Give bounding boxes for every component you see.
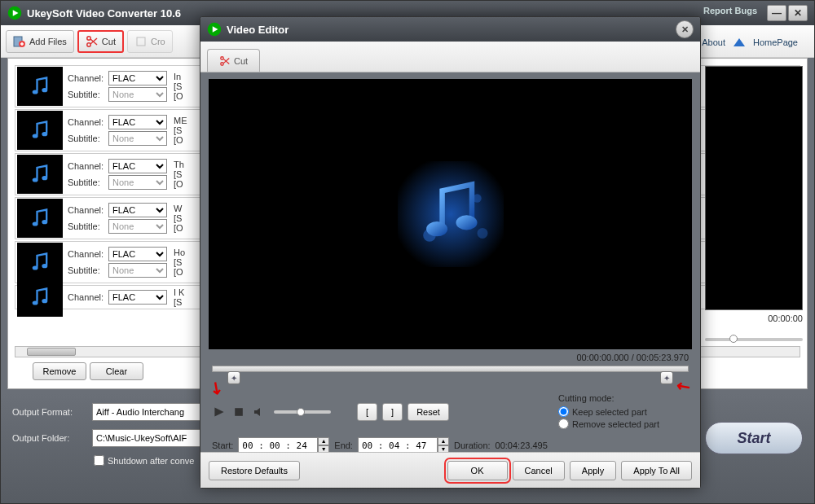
- svg-point-9: [42, 132, 47, 136]
- start-spin-up[interactable]: ▲: [318, 437, 329, 445]
- preview-viewport: [705, 66, 803, 310]
- modal-titlebar: Video Editor ✕: [200, 17, 700, 42]
- end-time-spinner[interactable]: ▲▼: [358, 437, 449, 454]
- output-folder-label: Output Folder:: [12, 433, 86, 443]
- tab-cut-scissors-icon: [219, 55, 231, 67]
- duration-value: 00:04:23.495: [496, 440, 548, 450]
- svg-rect-5: [137, 37, 145, 46]
- clear-button[interactable]: Clear: [90, 362, 143, 380]
- crop-toolbar-label: Cro: [151, 37, 165, 46]
- video-preview: [209, 79, 692, 349]
- duration-label: Duration:: [454, 440, 491, 450]
- svg-point-24: [477, 228, 487, 239]
- mute-button[interactable]: [251, 405, 266, 419]
- playhead-time: 00:00:00.000 / 00:05:23.970: [200, 353, 700, 362]
- editor-logo-icon: [207, 22, 222, 37]
- cut-timeline[interactable]: ✦ ✦ ↘ ↘: [212, 366, 689, 372]
- cutting-mode-group: Cutting mode: Keep selected part Remove …: [558, 393, 689, 431]
- channel-select[interactable]: FLAC: [108, 247, 167, 261]
- subtitle-select[interactable]: None: [108, 175, 167, 190]
- preview-seek-slider[interactable]: [705, 338, 803, 341]
- stop-button[interactable]: [231, 405, 246, 419]
- remove-selected-option[interactable]: Remove selected part: [558, 419, 689, 429]
- add-files-button[interactable]: Add Files: [6, 30, 74, 53]
- subtitle-label: Subtitle:: [68, 177, 107, 187]
- crop-toolbar-button[interactable]: Cro: [127, 30, 173, 53]
- tab-cut[interactable]: Cut: [207, 49, 260, 72]
- file-meta: ME[S[O: [174, 116, 187, 145]
- svg-point-19: [221, 56, 224, 59]
- about-link[interactable]: About: [702, 37, 725, 47]
- svg-point-13: [42, 220, 47, 224]
- subtitle-label: Subtitle:: [68, 90, 107, 99]
- subtitle-select[interactable]: None: [108, 131, 167, 146]
- minimize-button[interactable]: —: [767, 5, 786, 21]
- svg-point-20: [221, 62, 224, 65]
- preview-seek-thumb[interactable]: [729, 335, 738, 343]
- speaker-icon: [253, 406, 264, 418]
- modal-tabs: Cut: [200, 42, 700, 72]
- end-time-input[interactable]: [358, 437, 438, 454]
- set-start-bracket-button[interactable]: [: [357, 403, 377, 421]
- playback-row: [ ] Reset Cutting mode: Keep selected pa…: [212, 393, 689, 431]
- svg-point-26: [456, 215, 477, 230]
- cut-toolbar-button[interactable]: Cut: [77, 30, 124, 53]
- remove-selected-radio[interactable]: [558, 419, 569, 429]
- end-time-label: End:: [334, 440, 353, 450]
- set-end-bracket-button[interactable]: ]: [382, 403, 403, 421]
- scrollbar-thumb[interactable]: [27, 348, 76, 356]
- channel-select[interactable]: FLAC: [108, 115, 167, 129]
- svg-point-11: [42, 176, 47, 180]
- channel-label: Channel:: [68, 73, 107, 83]
- ok-button[interactable]: OK: [447, 461, 508, 480]
- subtitle-select[interactable]: None: [108, 219, 167, 234]
- subtitle-select[interactable]: None: [108, 263, 167, 278]
- end-spin-up[interactable]: ▲: [438, 437, 449, 445]
- modal-close-button[interactable]: ✕: [676, 20, 694, 38]
- subtitle-label: Subtitle:: [68, 265, 107, 275]
- svg-rect-27: [235, 408, 243, 416]
- remove-selected-label: Remove selected part: [572, 419, 659, 429]
- cut-end-handle[interactable]: ✦: [660, 371, 673, 384]
- shutdown-checkbox[interactable]: [94, 455, 104, 466]
- stop-icon: [234, 407, 244, 417]
- keep-selected-option[interactable]: Keep selected part: [558, 406, 689, 417]
- start-button[interactable]: Start: [705, 422, 803, 454]
- add-files-icon: [13, 35, 26, 48]
- close-main-button[interactable]: ✕: [788, 5, 808, 21]
- cutting-mode-label: Cutting mode:: [558, 393, 689, 403]
- subtitle-select[interactable]: None: [108, 87, 167, 102]
- start-time-input[interactable]: [238, 437, 318, 454]
- cancel-button[interactable]: Cancel: [513, 461, 565, 480]
- volume-thumb[interactable]: [297, 408, 305, 416]
- svg-point-17: [42, 299, 47, 303]
- home-icon: [734, 38, 745, 46]
- homepage-link[interactable]: HomePage: [753, 37, 798, 47]
- subtitle-label: Subtitle:: [68, 134, 107, 143]
- channel-select[interactable]: FLAC: [108, 159, 167, 173]
- volume-slider[interactable]: [274, 410, 331, 414]
- channel-select[interactable]: FLAC: [108, 290, 167, 305]
- modal-footer: Restore Defaults OK Cancel Apply Apply T…: [200, 452, 700, 488]
- report-bugs-link[interactable]: Report Bugs: [703, 6, 757, 15]
- apply-button[interactable]: Apply: [570, 461, 617, 480]
- remove-button[interactable]: Remove: [33, 362, 86, 380]
- scissors-icon: [86, 35, 99, 48]
- add-files-label: Add Files: [29, 37, 67, 46]
- time-edit-row: Start: ▲▼ End: ▲▼ Duration: 00:04:23.495: [212, 437, 689, 454]
- keep-selected-radio[interactable]: [558, 406, 569, 417]
- file-thumbnail: [17, 155, 63, 194]
- restore-defaults-button[interactable]: Restore Defaults: [209, 461, 300, 480]
- channel-select[interactable]: FLAC: [108, 203, 167, 217]
- play-button[interactable]: [212, 405, 227, 419]
- svg-point-8: [33, 134, 38, 138]
- start-time-spinner[interactable]: ▲▼: [238, 437, 329, 454]
- cut-start-handle[interactable]: ✦: [227, 371, 240, 384]
- start-time-label: Start:: [212, 440, 233, 450]
- channel-select[interactable]: FLAC: [108, 71, 167, 85]
- music-note-icon: [398, 161, 504, 267]
- reset-button[interactable]: Reset: [408, 403, 449, 421]
- preview-pane: 00:00:00: [705, 66, 803, 343]
- apply-to-all-button[interactable]: Apply To All: [621, 461, 692, 480]
- crop-icon: [134, 35, 148, 48]
